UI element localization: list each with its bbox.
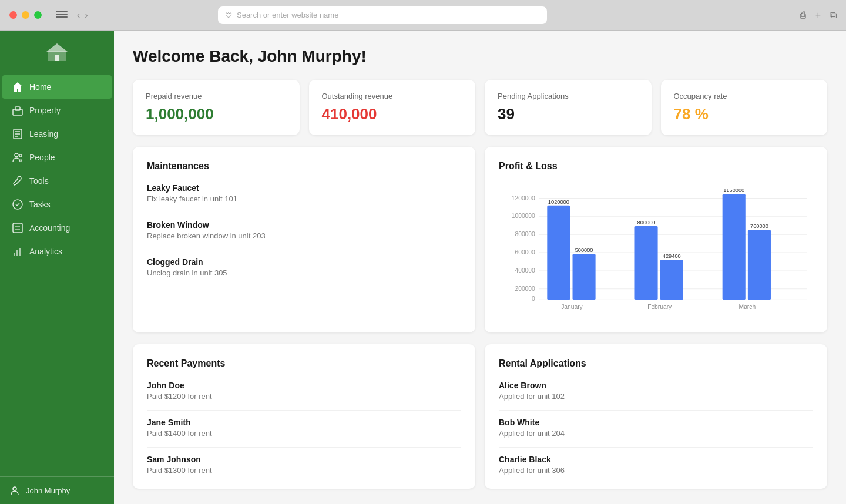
sidebar-item-home[interactable]: Home <box>2 75 112 99</box>
browser-actions: ⎙ + ⧉ <box>800 10 837 21</box>
property-icon <box>12 105 24 116</box>
svg-text:January: January <box>561 304 583 310</box>
svg-rect-17 <box>19 248 21 256</box>
payment-item-2: Jane Smith Paid $1400 for rent <box>147 418 461 438</box>
sidebar-toggle-button[interactable] <box>56 11 68 20</box>
app-logo-icon <box>45 40 69 63</box>
svg-rect-2 <box>55 55 59 61</box>
leasing-icon <box>12 128 24 140</box>
stat-label-prepaid: Prepaid revenue <box>146 92 287 100</box>
bar-jan-profit <box>547 206 570 300</box>
rental-applications-card: Rental Applications Alice Brown Applied … <box>485 344 827 489</box>
address-bar[interactable]: 🛡 Search or enter website name <box>218 6 547 24</box>
bar-jan-loss <box>573 254 596 300</box>
sidebar-label-people: People <box>29 153 55 162</box>
share-icon[interactable]: ⎙ <box>800 10 806 21</box>
home-icon <box>12 81 24 93</box>
sidebar-user[interactable]: John Murphy <box>0 476 114 504</box>
sidebar-navigation: Home Property Leasing People Tools Tasks <box>0 75 114 476</box>
sidebar-item-accounting[interactable]: Accounting <box>2 216 112 240</box>
application-name-1: Alice Brown <box>499 381 813 390</box>
sidebar-label-home: Home <box>29 82 51 92</box>
recent-payments-card: Recent Payments John Doe Paid $1200 for … <box>133 344 475 489</box>
stat-card-outstanding-revenue: Outstanding revenue 410,000 <box>309 80 476 135</box>
sidebar-label-accounting: Accounting <box>29 223 70 233</box>
profit-loss-title: Profit & Loss <box>499 161 813 172</box>
tabs-icon[interactable]: ⧉ <box>830 10 837 21</box>
svg-point-18 <box>13 487 16 490</box>
user-name: John Murphy <box>26 486 70 495</box>
sidebar-label-leasing: Leasing <box>29 129 58 139</box>
svg-point-9 <box>15 153 18 157</box>
payment-desc-3: Paid $1300 for rent <box>147 466 461 475</box>
close-button[interactable] <box>9 11 17 19</box>
user-icon <box>9 485 20 496</box>
svg-point-10 <box>19 154 22 157</box>
svg-rect-16 <box>16 250 18 256</box>
stat-label-pending: Pending Applications <box>498 92 639 100</box>
sidebar-item-leasing[interactable]: Leasing <box>2 122 112 146</box>
forward-button[interactable]: › <box>85 10 88 21</box>
payment-desc-2: Paid $1400 for rent <box>147 429 461 438</box>
payment-desc-1: Paid $1200 for rent <box>147 392 461 401</box>
accounting-icon <box>12 222 24 234</box>
application-desc-2: Applied for unit 204 <box>499 429 813 438</box>
application-name-2: Bob White <box>499 418 813 427</box>
payment-name-3: Sam Johnson <box>147 455 461 464</box>
sidebar-label-analytics: Analytics <box>29 247 62 256</box>
app-layout: Home Property Leasing People Tools Tasks <box>0 31 846 504</box>
tools-icon <box>12 175 24 187</box>
application-item-2: Bob White Applied for unit 204 <box>499 418 813 438</box>
tasks-icon <box>12 199 24 210</box>
maintenance-title-2: Broken Window <box>147 220 461 230</box>
sidebar-label-tools: Tools <box>29 176 49 186</box>
sidebar-item-tools[interactable]: Tools <box>2 169 112 193</box>
sidebar-label-tasks: Tasks <box>29 200 51 209</box>
middle-row: Maintenances Leaky Faucet Fix leaky fauc… <box>133 147 827 332</box>
nav-arrows: ‹ › <box>77 10 88 21</box>
bar-mar-loss <box>748 230 771 300</box>
traffic-lights <box>9 11 42 19</box>
stat-value-occupancy: 78 % <box>674 105 815 123</box>
maximize-button[interactable] <box>34 11 42 19</box>
svg-text:400000: 400000 <box>515 267 535 274</box>
profit-loss-chart: 1200000 1000000 800000 600000 400000 200… <box>499 183 813 318</box>
svg-text:600000: 600000 <box>515 249 535 256</box>
svg-rect-4 <box>15 107 20 110</box>
people-icon <box>12 152 24 163</box>
new-tab-icon[interactable]: + <box>815 10 821 21</box>
maintenances-title: Maintenances <box>147 161 461 172</box>
bar-feb-profit <box>634 226 657 300</box>
maintenance-desc-1: Fix leaky faucet in unit 101 <box>147 194 461 203</box>
sidebar-item-analytics[interactable]: Analytics <box>2 240 112 263</box>
svg-text:200000: 200000 <box>515 285 535 292</box>
sidebar-item-property[interactable]: Property <box>2 99 112 122</box>
maintenances-card: Maintenances Leaky Faucet Fix leaky fauc… <box>133 147 475 332</box>
back-button[interactable]: ‹ <box>77 10 80 21</box>
application-desc-1: Applied for unit 102 <box>499 392 813 401</box>
profit-loss-card: Profit & Loss 1200000 1000000 800000 600… <box>485 147 827 332</box>
payment-name-1: John Doe <box>147 381 461 390</box>
maintenance-item-2: Broken Window Replace broken window in u… <box>147 220 461 240</box>
svg-text:1150000: 1150000 <box>723 189 744 193</box>
stat-value-pending: 39 <box>498 105 639 123</box>
sidebar-item-tasks[interactable]: Tasks <box>2 193 112 216</box>
payment-name-2: Jane Smith <box>147 418 461 427</box>
maintenance-desc-2: Replace broken window in unit 203 <box>147 231 461 240</box>
svg-marker-1 <box>46 43 68 52</box>
sidebar-item-people[interactable]: People <box>2 146 112 169</box>
maintenance-item-3: Clogged Drain Unclog drain in unit 305 <box>147 257 461 277</box>
svg-text:800000: 800000 <box>637 220 656 226</box>
profit-loss-svg: 1200000 1000000 800000 600000 400000 200… <box>499 189 813 310</box>
page-title: Welcome Back, John Murphy! <box>133 47 827 66</box>
maintenance-title-3: Clogged Drain <box>147 257 461 267</box>
stat-label-occupancy: Occupancy rate <box>674 92 815 100</box>
minimize-button[interactable] <box>22 11 29 19</box>
sidebar-logo <box>0 40 114 63</box>
stat-label-outstanding: Outstanding revenue <box>322 92 463 100</box>
stat-card-occupancy: Occupancy rate 78 % <box>661 80 828 135</box>
svg-text:800000: 800000 <box>515 231 535 237</box>
application-name-3: Charlie Black <box>499 455 813 464</box>
svg-text:760000: 760000 <box>750 223 768 229</box>
maintenance-item-1: Leaky Faucet Fix leaky faucet in unit 10… <box>147 183 461 203</box>
